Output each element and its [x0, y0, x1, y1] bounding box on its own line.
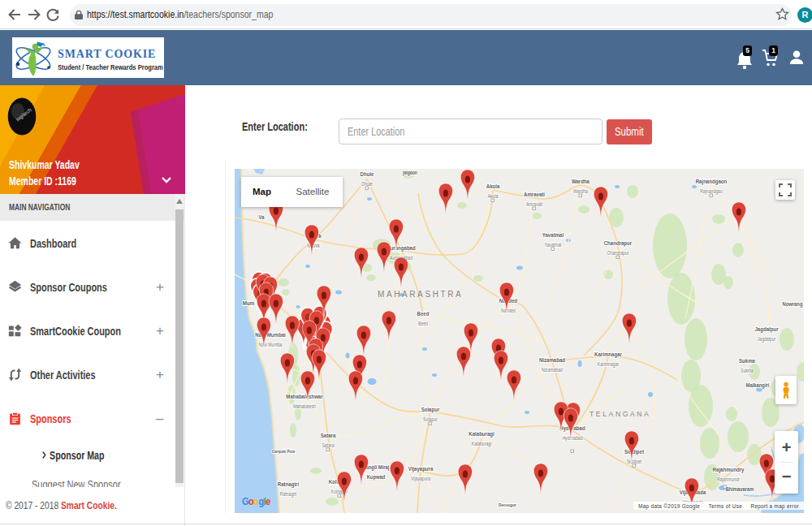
svg-text:Deosugur: Deosugur	[499, 502, 517, 507]
svg-text:MAHARASHTRA: MAHARASHTRA	[378, 290, 463, 299]
svg-text:Akola: Akola	[486, 183, 500, 189]
svg-text:Jagdalpur: Jagdalpur	[758, 336, 776, 342]
svg-text:Siddipet: Siddipet	[627, 459, 642, 464]
svg-text:Dhule: Dhule	[361, 170, 374, 177]
svg-text:Nizamabad: Nizamabad	[539, 356, 565, 363]
svg-text:Rajahmundr: Rajahmundr	[717, 476, 740, 482]
svg-text:Chandrapur: Chandrapur	[604, 239, 633, 247]
svg-text:Solapur: Solapur	[421, 406, 440, 413]
svg-text:Hyderabad: Hyderabad	[562, 435, 582, 441]
svg-text:Navi Mumba: Navi Mumba	[259, 342, 283, 347]
svg-text:Sukma: Sukma	[741, 368, 754, 373]
svg-text:Bhimavaram: Bhimavaram	[725, 485, 754, 492]
svg-text:Beed: Beed	[417, 310, 430, 317]
svg-text:Kalaburagi: Kalaburagi	[472, 441, 492, 446]
svg-text:Solapur: Solapur	[423, 416, 438, 422]
svg-text:Amravati: Amravati	[524, 191, 545, 197]
svg-text:Vijayapura: Vijayapura	[411, 476, 431, 481]
svg-text:Akola: Akola	[488, 193, 499, 199]
svg-text:Wardha: Wardha	[573, 188, 588, 194]
svg-text:Yavatmal: Yavatmal	[544, 242, 561, 248]
svg-text:Nowrang: Nowrang	[782, 300, 802, 308]
svg-text:Nanded: Nanded	[501, 308, 516, 313]
svg-text:Va: Va	[259, 213, 265, 220]
svg-text:Kalaburagi: Kalaburagi	[469, 430, 494, 438]
svg-text:Satara: Satara	[322, 442, 335, 448]
svg-text:Mahabaleshwar: Mahabaleshwar	[286, 393, 322, 399]
svg-text:Ganpati Pule: Ganpati Pule	[272, 448, 296, 454]
svg-text:Dhule: Dhule	[361, 181, 373, 187]
svg-text:Chandrapur: Chandrapur	[607, 250, 628, 256]
svg-text:Kupwad: Kupwad	[367, 473, 386, 481]
svg-text:Ratnagiri: Ratnagiri	[280, 491, 297, 497]
svg-text:Rajnandgao: Rajnandgao	[700, 188, 723, 194]
svg-text:Beed: Beed	[418, 321, 428, 326]
svg-text:Rajahmundry: Rajahmundry	[713, 466, 745, 473]
svg-text:Yavatmal: Yavatmal	[542, 231, 564, 238]
svg-text:Amravati: Amravati	[526, 201, 542, 207]
svg-text:Karimnagar: Karimnagar	[598, 361, 620, 367]
svg-text:Malkangiri: Malkangiri	[746, 382, 770, 389]
svg-text:Nizamabad: Nizamabad	[542, 367, 563, 373]
svg-text:Satara: Satara	[321, 432, 336, 438]
svg-text:Wardha: Wardha	[572, 178, 590, 184]
svg-text:Karimnagar: Karimnagar	[594, 351, 622, 358]
svg-text:Ratnagiri: Ratnagiri	[278, 481, 299, 488]
svg-text:TELANGANA: TELANGANA	[590, 410, 650, 418]
svg-text:Rajnandgaon: Rajnandgaon	[696, 178, 727, 185]
svg-text:jalgaon: jalgaon	[402, 170, 417, 175]
svg-text:Sukma: Sukma	[739, 357, 755, 364]
svg-text:Vijayapura: Vijayapura	[408, 465, 434, 472]
svg-text:Jagdalpur: Jagdalpur	[754, 326, 778, 333]
svg-text:Mum: Mum	[243, 300, 255, 307]
svg-text:Mahabalesh: Mahabalesh	[293, 403, 316, 409]
